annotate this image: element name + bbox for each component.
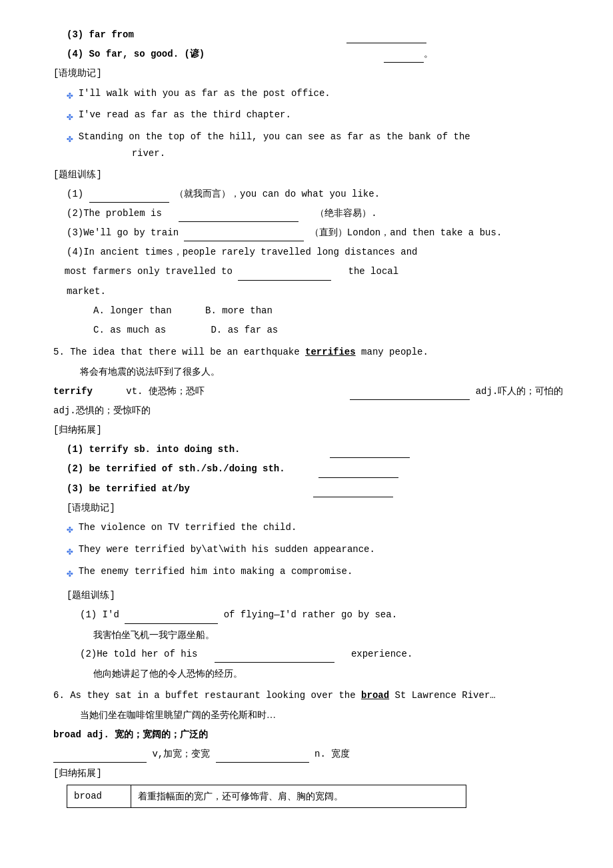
b3-item: ✤ The enemy terrified him into making a … (67, 563, 573, 584)
b2-text: They were terrified by\at\with his sudde… (79, 541, 573, 558)
tijian-label: [题组训练] (53, 167, 573, 183)
ex4-row3: market. (67, 283, 573, 300)
ex2-row: (2)The problem is （绝非容易）. (67, 205, 573, 222)
table-meaning-cell: 着重指幅面的宽广，还可修饰背、肩、胸的宽阔。 (131, 785, 466, 808)
broad-def-row: broad adj. 宽的；宽阔的；广泛的 (53, 727, 573, 743)
item4-row: (4) So far, so good. (谚) 。 (67, 46, 573, 63)
bullet2-text: I've read as far as the third chapter. (79, 107, 573, 123)
ex1-row: (1) （就我而言），you can do what you like. (67, 186, 573, 203)
bullet1-icon: ✤ (67, 87, 73, 106)
broad-v-blank (53, 753, 147, 763)
yujing2-label: [语境助记] (53, 500, 573, 517)
ex4-row1: (4)In ancient times，people rarely travel… (67, 244, 573, 261)
q2-cn: 他向她讲起了他的令人恐怖的经历。 (93, 665, 573, 682)
t1-blank (330, 449, 410, 458)
bullet1-item: ✤ I'll walk with you as far as the post … (67, 85, 573, 106)
options-row1: A. longer than B. more than (93, 303, 573, 319)
b1-text: The violence on TV terrified the child. (79, 519, 573, 536)
t1-row: (1) terrify sb. into doing sth. (67, 441, 573, 458)
broad-word: broad (361, 690, 389, 701)
item5-cn: 将会有地震的说法吓到了很多人。 (80, 363, 573, 380)
item6-cn: 当她们坐在咖啡馆里眺望广阔的圣劳伦斯和时… (80, 707, 573, 723)
ex4-row2: most farmers only travelled to the local (53, 263, 573, 280)
options-row2: C. as much as D. as far as (93, 322, 573, 339)
t2-row: (2) be terrified of sth./sb./doing sth. (67, 461, 573, 477)
bullet1-text: I'll walk with you as far as the post of… (79, 85, 573, 102)
guinaji2-label: [归纳拓展] (53, 765, 573, 782)
q1-blank (125, 615, 218, 624)
item3-blank (346, 34, 426, 43)
q1-row: (1) I'd of flying—I'd rather go by sea. (80, 607, 573, 623)
b2-item: ✤ They were terrified by\at\with his sud… (67, 541, 573, 562)
item4-label: (4) So far, so good. (谚) (67, 49, 205, 59)
broad-v-row: v,加宽；变宽 n. 宽度 (53, 746, 573, 763)
t2-blank (318, 469, 398, 478)
ex4-blank (238, 271, 331, 281)
summary-table: broad 着重指幅面的宽广，还可修饰背、肩、胸的宽阔。 (67, 785, 466, 808)
item6-row: 6. As they sat in a buffet restaurant lo… (53, 687, 573, 704)
yujing-label: [语境助记] (53, 65, 573, 82)
bullet3-item: ✤ Standing on the top of the hill, you c… (67, 129, 573, 162)
item4-blank (384, 53, 424, 63)
t3-row: (3) be terrified at/by (67, 481, 573, 497)
ex3-blank (184, 232, 304, 241)
q2-blank (215, 653, 334, 663)
item3-row: (3) far from (67, 27, 573, 43)
ex1-blank (89, 193, 169, 203)
terrify-adj-blank (350, 391, 470, 400)
bullet2-item: ✤ I've read as far as the third chapter. (67, 107, 573, 127)
tijian2-label: [题组训练] (53, 587, 573, 604)
table-row: broad 着重指幅面的宽广，还可修饰背、肩、胸的宽阔。 (67, 785, 466, 808)
b1-item: ✤ The violence on TV terrified the child… (67, 519, 573, 540)
t3-blank (313, 488, 393, 497)
item5-row: 5. The idea that there will be an earthq… (53, 344, 573, 361)
b3-text: The enemy terrified him into making a co… (79, 563, 573, 580)
item3-label: (3) far from (67, 29, 134, 40)
guinaji-label: [归纳拓展] (53, 422, 573, 439)
b1-icon: ✤ (67, 521, 73, 540)
terrify-adj2-row: adj.恐惧的；受惊吓的 (53, 403, 573, 419)
page-content: (3) far from (4) So far, so good. (谚) 。 … (53, 27, 573, 808)
broad-n-blank (216, 753, 309, 763)
ex3-row: (3)We'll go by train （直到）London，and then… (67, 225, 573, 241)
ex2-blank (179, 213, 299, 222)
table-word-cell: broad (67, 785, 131, 808)
bullet2-icon: ✤ (67, 108, 73, 127)
bullet3-text: Standing on the top of the hill, you can… (79, 129, 573, 162)
bullet3-icon: ✤ (67, 130, 73, 149)
q1-cn: 我害怕坐飞机一我宁愿坐船。 (93, 627, 573, 643)
q2-row: (2)He told her of his experience. (80, 646, 573, 663)
b2-icon: ✤ (67, 543, 73, 562)
terrifies-word: terrifies (305, 347, 356, 357)
terrify-def-row: terrify vt. 使恐怖；恐吓 adj.吓人的；可怕的 (53, 383, 573, 400)
b3-icon: ✤ (67, 565, 73, 584)
